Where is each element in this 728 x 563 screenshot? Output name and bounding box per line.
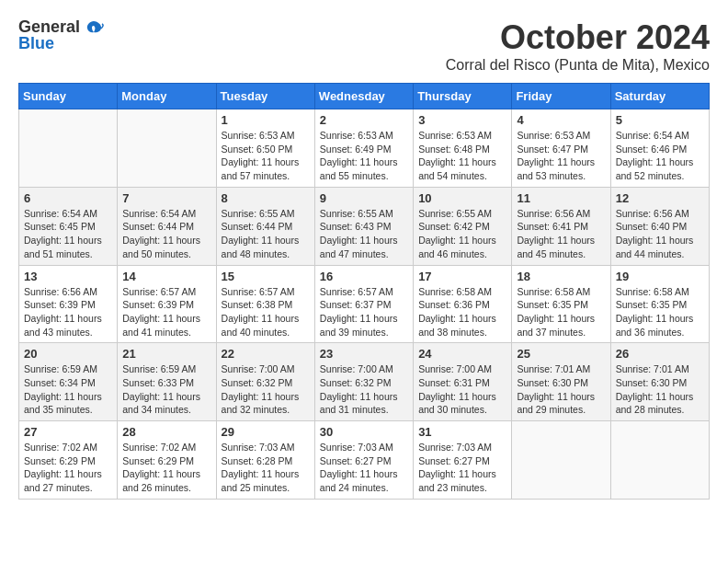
day-number: 27 <box>24 425 112 439</box>
day-number: 7 <box>122 191 210 205</box>
day-info: Sunrise: 6:53 AMSunset: 6:47 PMDaylight:… <box>517 129 605 183</box>
day-number: 5 <box>616 113 704 127</box>
calendar-day-cell: 6Sunrise: 6:54 AMSunset: 6:45 PMDaylight… <box>19 187 118 265</box>
calendar-day-cell: 15Sunrise: 6:57 AMSunset: 6:38 PMDayligh… <box>216 265 314 343</box>
day-info: Sunrise: 6:54 AMSunset: 6:46 PMDaylight:… <box>616 129 704 183</box>
day-number: 10 <box>418 191 506 205</box>
calendar-day-cell: 28Sunrise: 7:02 AMSunset: 6:29 PMDayligh… <box>118 421 216 500</box>
day-number: 17 <box>418 270 506 283</box>
day-number: 19 <box>616 270 704 283</box>
calendar-day-cell: 9Sunrise: 6:55 AMSunset: 6:43 PMDaylight… <box>314 187 413 265</box>
day-number: 26 <box>616 347 704 361</box>
day-number: 2 <box>320 113 408 127</box>
day-info: Sunrise: 6:58 AMSunset: 6:35 PMDaylight:… <box>616 285 704 339</box>
calendar-day-cell <box>19 109 118 188</box>
day-info: Sunrise: 6:59 AMSunset: 6:33 PMDaylight:… <box>122 362 210 417</box>
day-info: Sunrise: 7:02 AMSunset: 6:29 PMDaylight:… <box>24 441 112 495</box>
weekday-header: Tuesday <box>216 84 314 109</box>
day-info: Sunrise: 6:57 AMSunset: 6:38 PMDaylight:… <box>222 285 310 339</box>
calendar-day-cell: 27Sunrise: 7:02 AMSunset: 6:29 PMDayligh… <box>19 421 118 500</box>
day-info: Sunrise: 6:58 AMSunset: 6:35 PMDaylight:… <box>517 285 605 339</box>
day-number: 9 <box>320 191 408 205</box>
calendar-day-cell: 31Sunrise: 7:03 AMSunset: 6:27 PMDayligh… <box>414 421 512 500</box>
calendar-day-cell: 20Sunrise: 6:59 AMSunset: 6:34 PMDayligh… <box>19 343 118 421</box>
calendar-day-cell <box>610 421 709 500</box>
calendar-day-cell: 22Sunrise: 7:00 AMSunset: 6:32 PMDayligh… <box>216 343 314 421</box>
calendar-day-cell: 7Sunrise: 6:54 AMSunset: 6:44 PMDaylight… <box>118 187 216 265</box>
day-number: 16 <box>320 270 408 283</box>
day-number: 18 <box>517 270 605 283</box>
weekday-header: Monday <box>118 84 216 109</box>
month-title: October 2024 <box>446 18 710 57</box>
calendar-day-cell: 12Sunrise: 6:56 AMSunset: 6:40 PMDayligh… <box>610 187 709 265</box>
calendar-day-cell <box>118 109 216 188</box>
day-info: Sunrise: 6:56 AMSunset: 6:40 PMDaylight:… <box>616 207 704 261</box>
day-number: 11 <box>517 191 605 205</box>
calendar-day-cell <box>512 421 610 500</box>
calendar-day-cell: 10Sunrise: 6:55 AMSunset: 6:42 PMDayligh… <box>414 187 512 265</box>
day-number: 30 <box>320 425 408 439</box>
day-number: 4 <box>517 113 605 127</box>
calendar-header-row: SundayMondayTuesdayWednesdayThursdayFrid… <box>19 84 710 109</box>
calendar-week-row: 20Sunrise: 6:59 AMSunset: 6:34 PMDayligh… <box>19 343 710 421</box>
calendar-day-cell: 16Sunrise: 6:57 AMSunset: 6:37 PMDayligh… <box>314 265 413 343</box>
calendar-day-cell: 5Sunrise: 6:54 AMSunset: 6:46 PMDaylight… <box>610 109 709 188</box>
logo: General Blue <box>18 18 104 52</box>
calendar-week-row: 13Sunrise: 6:56 AMSunset: 6:39 PMDayligh… <box>19 265 710 343</box>
day-info: Sunrise: 7:01 AMSunset: 6:30 PMDaylight:… <box>616 362 704 417</box>
calendar-day-cell: 21Sunrise: 6:59 AMSunset: 6:33 PMDayligh… <box>118 343 216 421</box>
day-number: 13 <box>24 270 112 283</box>
day-number: 22 <box>222 347 310 361</box>
calendar-day-cell: 13Sunrise: 6:56 AMSunset: 6:39 PMDayligh… <box>19 265 118 343</box>
day-info: Sunrise: 7:03 AMSunset: 6:28 PMDaylight:… <box>222 441 310 495</box>
day-info: Sunrise: 7:00 AMSunset: 6:32 PMDaylight:… <box>320 362 408 417</box>
day-info: Sunrise: 7:00 AMSunset: 6:32 PMDaylight:… <box>222 362 310 417</box>
day-number: 31 <box>418 425 506 439</box>
day-info: Sunrise: 6:54 AMSunset: 6:45 PMDaylight:… <box>24 207 112 261</box>
day-info: Sunrise: 6:55 AMSunset: 6:44 PMDaylight:… <box>222 207 310 261</box>
calendar-day-cell: 4Sunrise: 6:53 AMSunset: 6:47 PMDaylight… <box>512 109 610 188</box>
calendar-day-cell: 29Sunrise: 7:03 AMSunset: 6:28 PMDayligh… <box>216 421 314 500</box>
location-title: Corral del Risco (Punta de Mita), Mexico <box>446 57 710 74</box>
day-info: Sunrise: 6:57 AMSunset: 6:39 PMDaylight:… <box>122 285 210 339</box>
calendar-day-cell: 24Sunrise: 7:00 AMSunset: 6:31 PMDayligh… <box>414 343 512 421</box>
logo-bird-icon <box>84 19 104 43</box>
day-number: 23 <box>320 347 408 361</box>
day-info: Sunrise: 6:57 AMSunset: 6:37 PMDaylight:… <box>320 285 408 339</box>
day-info: Sunrise: 7:03 AMSunset: 6:27 PMDaylight:… <box>418 441 506 495</box>
day-number: 15 <box>222 270 310 283</box>
day-number: 21 <box>122 347 210 361</box>
calendar-day-cell: 3Sunrise: 6:53 AMSunset: 6:48 PMDaylight… <box>414 109 512 188</box>
calendar-day-cell: 11Sunrise: 6:56 AMSunset: 6:41 PMDayligh… <box>512 187 610 265</box>
calendar-day-cell: 2Sunrise: 6:53 AMSunset: 6:49 PMDaylight… <box>314 109 413 188</box>
day-info: Sunrise: 6:53 AMSunset: 6:49 PMDaylight:… <box>320 129 408 183</box>
calendar-week-row: 6Sunrise: 6:54 AMSunset: 6:45 PMDaylight… <box>19 187 710 265</box>
day-info: Sunrise: 6:56 AMSunset: 6:39 PMDaylight:… <box>24 285 112 339</box>
day-number: 1 <box>222 113 310 127</box>
title-block: October 2024 Corral del Risco (Punta de … <box>446 18 710 74</box>
calendar-day-cell: 14Sunrise: 6:57 AMSunset: 6:39 PMDayligh… <box>118 265 216 343</box>
day-info: Sunrise: 7:01 AMSunset: 6:30 PMDaylight:… <box>517 362 605 417</box>
logo-general: General <box>18 18 80 35</box>
calendar-day-cell: 18Sunrise: 6:58 AMSunset: 6:35 PMDayligh… <box>512 265 610 343</box>
day-info: Sunrise: 6:53 AMSunset: 6:48 PMDaylight:… <box>418 129 506 183</box>
day-info: Sunrise: 7:00 AMSunset: 6:31 PMDaylight:… <box>418 362 506 417</box>
weekday-header: Sunday <box>19 84 118 109</box>
day-number: 20 <box>24 347 112 361</box>
day-info: Sunrise: 7:02 AMSunset: 6:29 PMDaylight:… <box>122 441 210 495</box>
weekday-header: Wednesday <box>314 84 413 109</box>
calendar-day-cell: 25Sunrise: 7:01 AMSunset: 6:30 PMDayligh… <box>512 343 610 421</box>
weekday-header: Saturday <box>610 84 709 109</box>
day-info: Sunrise: 6:56 AMSunset: 6:41 PMDaylight:… <box>517 207 605 261</box>
day-info: Sunrise: 6:58 AMSunset: 6:36 PMDaylight:… <box>418 285 506 339</box>
day-number: 28 <box>122 425 210 439</box>
calendar-day-cell: 23Sunrise: 7:00 AMSunset: 6:32 PMDayligh… <box>314 343 413 421</box>
calendar-day-cell: 26Sunrise: 7:01 AMSunset: 6:30 PMDayligh… <box>610 343 709 421</box>
calendar-day-cell: 19Sunrise: 6:58 AMSunset: 6:35 PMDayligh… <box>610 265 709 343</box>
day-number: 25 <box>517 347 605 361</box>
calendar-week-row: 27Sunrise: 7:02 AMSunset: 6:29 PMDayligh… <box>19 421 710 500</box>
day-info: Sunrise: 6:54 AMSunset: 6:44 PMDaylight:… <box>122 207 210 261</box>
day-number: 12 <box>616 191 704 205</box>
day-number: 29 <box>222 425 310 439</box>
calendar-day-cell: 17Sunrise: 6:58 AMSunset: 6:36 PMDayligh… <box>414 265 512 343</box>
